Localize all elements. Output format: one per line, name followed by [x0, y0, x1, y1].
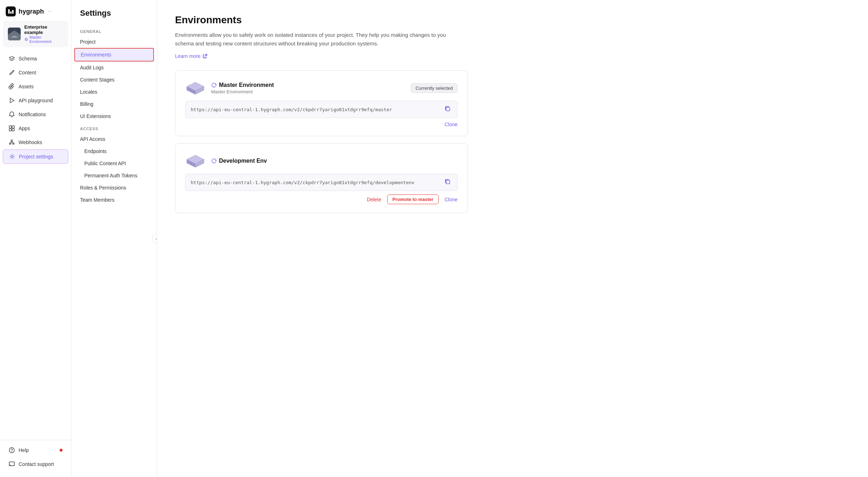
sidebar-bottom: Help Contact support: [0, 440, 71, 477]
dev-env-info: Development Env: [211, 158, 267, 164]
env-card-master-header: Master Environment Master Environment Cu…: [185, 79, 458, 97]
sidebar-item-api-playground[interactable]: API playground: [3, 94, 68, 107]
page-description: Environments allow you to safely work on…: [175, 31, 447, 48]
settings-item-content-stages[interactable]: Content Stages: [71, 74, 157, 86]
help-icon: [9, 447, 15, 453]
logo-area: hygraph ···: [0, 0, 71, 21]
settings-item-team-members[interactable]: Team Members: [71, 194, 157, 206]
settings-item-public-content-api[interactable]: Public Content API: [71, 157, 157, 169]
collapse-button[interactable]: ‹‹: [152, 233, 157, 244]
settings-section-general: GENERAL Project Environments Audit Logs …: [71, 25, 157, 122]
dev-env-actions: Delete Promote to master Clone: [185, 195, 458, 204]
settings-item-api-access[interactable]: API Access: [71, 133, 157, 145]
env-card-dev-header: Development Env: [185, 152, 458, 169]
sidebar-item-apps-label: Apps: [19, 126, 30, 131]
sidebar-item-webhooks[interactable]: Webhooks: [3, 136, 68, 149]
svg-rect-3: [9, 126, 11, 128]
svg-point-9: [11, 140, 13, 142]
sidebar-item-project-settings-label: Project settings: [19, 154, 53, 159]
master-env-subtitle: Master Environment: [211, 89, 274, 94]
svg-point-12: [12, 452, 12, 452]
paperclip-icon: [9, 83, 15, 90]
project-thumbnail: [8, 28, 21, 40]
env-card-master-left: Master Environment Master Environment: [185, 79, 274, 97]
settings-item-project[interactable]: Project: [71, 36, 157, 48]
settings-item-endpoints[interactable]: Endpoints: [71, 145, 157, 157]
master-current-badge: Currently selected: [411, 83, 458, 93]
sidebar-item-notifications[interactable]: Notifications: [3, 108, 68, 121]
svg-rect-6: [12, 129, 14, 131]
project-card[interactable]: Enterprise example Master Environment: [3, 21, 68, 47]
dev-env-name-text: Development Env: [219, 158, 267, 164]
sidebar-item-assets-label: Assets: [19, 84, 34, 89]
grid-icon: [9, 125, 15, 132]
dev-copy-button[interactable]: [443, 178, 452, 187]
message-icon: [9, 461, 15, 467]
main-nav: Schema Content Assets API playground Not…: [0, 50, 71, 437]
master-env-actions: Clone: [185, 122, 458, 127]
svg-rect-17: [446, 107, 450, 111]
external-link-icon: [203, 54, 208, 59]
dev-delete-button[interactable]: Delete: [367, 197, 381, 202]
settings-nav: Settings GENERAL Project Environments Au…: [71, 0, 157, 477]
master-clone-button[interactable]: Clone: [444, 122, 458, 127]
project-name: Enterprise example: [24, 24, 63, 35]
layers-icon: [9, 55, 15, 62]
sidebar-item-contact-support-label: Contact support: [19, 461, 54, 467]
settings-item-roles-permissions[interactable]: Roles & Permissions: [71, 182, 157, 194]
play-icon: [9, 97, 15, 104]
sidebar-item-apps[interactable]: Apps: [3, 122, 68, 135]
settings-section-access-label: ACCESS: [71, 122, 157, 133]
sidebar-item-notifications-label: Notifications: [19, 112, 46, 117]
dev-env-icon: [185, 152, 205, 169]
svg-rect-4: [12, 126, 14, 128]
env-card-master: Master Environment Master Environment Cu…: [175, 70, 468, 136]
sidebar-item-assets[interactable]: Assets: [3, 80, 68, 93]
sidebar-item-help[interactable]: Help: [3, 443, 68, 457]
logo-dots: ···: [48, 8, 52, 15]
master-env-url-row: https://api-eu-central-1.hygraph.com/v2/…: [185, 101, 458, 118]
svg-point-10: [11, 156, 13, 157]
master-env-info: Master Environment Master Environment: [211, 82, 274, 94]
dev-promote-button[interactable]: Promote to master: [387, 195, 439, 204]
project-env: Master Environment: [24, 35, 63, 44]
main-content: Environments Environments allow you to s…: [157, 0, 868, 477]
bell-icon: [9, 111, 15, 118]
sidebar-item-project-settings[interactable]: Project settings: [3, 149, 68, 164]
dev-clone-button[interactable]: Clone: [444, 197, 458, 202]
env-card-development: Development Env https://api-eu-central-1…: [175, 143, 468, 213]
env-card-dev-left: Development Env: [185, 152, 267, 169]
settings-item-billing[interactable]: Billing: [71, 98, 157, 110]
master-env-name-text: Master Environment: [219, 82, 274, 88]
master-env-icon: [185, 79, 205, 97]
sync-icon-master: [211, 82, 217, 88]
sidebar-item-content-label: Content: [19, 70, 36, 75]
settings-item-environments[interactable]: Environments: [74, 48, 154, 62]
master-copy-button[interactable]: [443, 105, 452, 114]
hygraph-logo-icon: [6, 6, 16, 16]
sidebar: hygraph ··· Enterprise example Master En…: [0, 0, 71, 477]
settings-section-general-label: GENERAL: [71, 25, 157, 36]
master-env-name: Master Environment: [211, 82, 274, 88]
settings-title: Settings: [71, 9, 157, 25]
settings-item-locales[interactable]: Locales: [71, 86, 157, 98]
sidebar-item-webhooks-label: Webhooks: [19, 139, 42, 145]
sidebar-item-schema[interactable]: Schema: [3, 52, 68, 65]
sidebar-item-api-playground-label: API playground: [19, 98, 53, 103]
project-info: Enterprise example Master Environment: [24, 24, 63, 44]
settings-section-access: ACCESS API Access Endpoints Public Conte…: [71, 122, 157, 206]
sidebar-item-help-label: Help: [19, 447, 29, 453]
settings-item-ui-extensions[interactable]: UI Extensions: [71, 110, 157, 122]
learn-more-link[interactable]: Learn more: [175, 53, 208, 59]
settings-item-audit-logs[interactable]: Audit Logs: [71, 62, 157, 74]
gear-icon: [9, 153, 15, 160]
help-badge: [60, 449, 63, 452]
settings-item-permanent-auth-tokens[interactable]: Permanent Auth Tokens: [71, 169, 157, 182]
svg-rect-21: [446, 180, 450, 184]
sidebar-item-content[interactable]: Content: [3, 66, 68, 79]
svg-marker-2: [10, 98, 14, 103]
sidebar-item-contact-support[interactable]: Contact support: [3, 457, 68, 471]
edit-icon: [9, 69, 15, 76]
dev-env-name: Development Env: [211, 158, 267, 164]
dev-env-url-row: https://api-eu-central-1.hygraph.com/v2/…: [185, 174, 458, 191]
